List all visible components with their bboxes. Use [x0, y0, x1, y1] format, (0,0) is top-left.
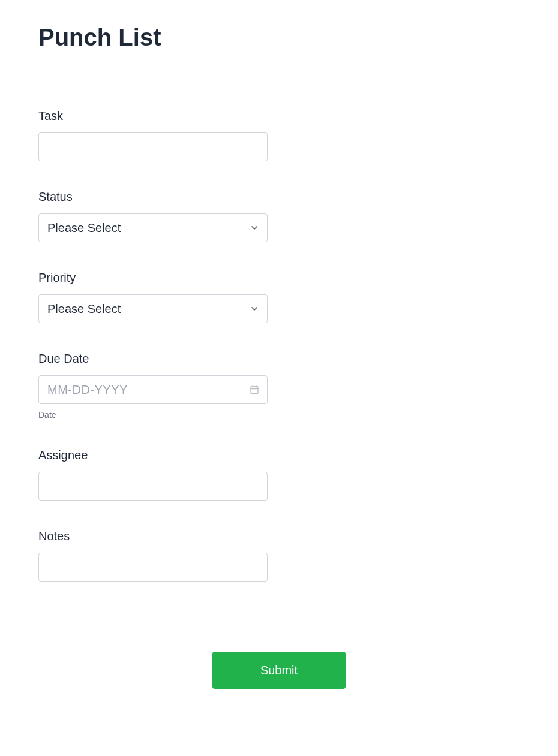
field-assignee: Assignee: [38, 448, 520, 501]
status-select[interactable]: Please Select: [38, 213, 268, 242]
status-label: Status: [38, 190, 520, 204]
field-status: Status Please Select: [38, 190, 520, 242]
field-priority: Priority Please Select: [38, 271, 520, 323]
due-date-sublabel: Date: [38, 410, 520, 420]
assignee-label: Assignee: [38, 448, 520, 462]
notes-input[interactable]: [38, 553, 268, 582]
priority-select[interactable]: Please Select: [38, 294, 268, 323]
due-date-label: Due Date: [38, 352, 520, 366]
field-due-date: Due Date Date: [38, 352, 520, 420]
field-notes: Notes: [38, 529, 520, 582]
task-input[interactable]: [38, 132, 268, 161]
priority-label: Priority: [38, 271, 520, 285]
due-date-input[interactable]: [38, 375, 268, 404]
field-task: Task: [38, 109, 520, 161]
form-header: Punch List: [0, 0, 558, 80]
page-title: Punch List: [38, 24, 520, 51]
assignee-input[interactable]: [38, 472, 268, 501]
notes-label: Notes: [38, 529, 520, 543]
form-footer: Submit: [0, 630, 558, 725]
task-label: Task: [38, 109, 520, 123]
form-body: Task Status Please Select Priority Pleas…: [0, 80, 558, 630]
submit-button[interactable]: Submit: [212, 652, 346, 689]
